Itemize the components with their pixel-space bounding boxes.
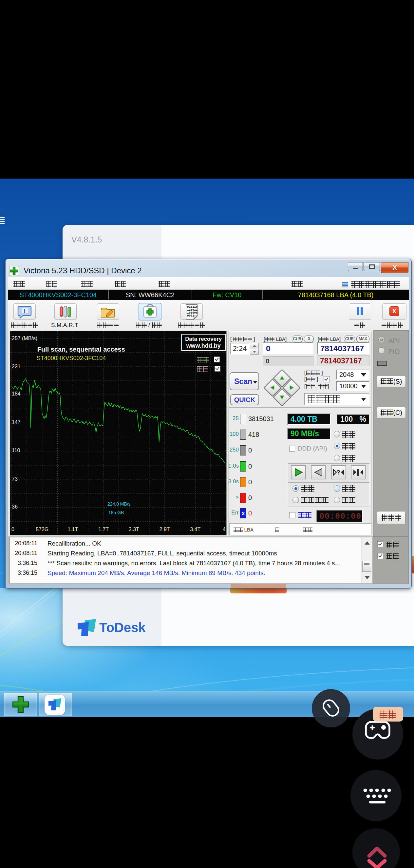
- svg-text:www.hdd.by: www.hdd.by: [186, 342, 221, 349]
- svg-text:257 (MB/s): 257 (MB/s): [12, 336, 37, 341]
- svg-text:110: 110: [12, 447, 20, 453]
- svg-text:0: 0: [11, 527, 14, 532]
- svg-text:572G: 572G: [36, 527, 49, 532]
- svg-text:0001: 0001: [187, 314, 194, 317]
- svg-text:1.7T: 1.7T: [98, 527, 109, 532]
- svg-text:Full scan, sequential access: Full scan, sequential access: [37, 346, 125, 353]
- svg-text:ST4000HKVS002-3FC104: ST4000HKVS002-3FC104: [37, 355, 106, 362]
- svg-text:2.9T: 2.9T: [160, 527, 170, 532]
- svg-text:184: 184: [12, 391, 21, 397]
- svg-text:185 GB: 185 GB: [108, 510, 124, 515]
- svg-text:Data recovery: Data recovery: [185, 336, 222, 342]
- svg-text:i: i: [24, 308, 26, 314]
- svg-text:ToDesk: ToDesk: [99, 620, 146, 635]
- svg-text:36: 36: [12, 504, 18, 509]
- svg-text:221: 221: [12, 364, 21, 369]
- svg-text:3.4T: 3.4T: [190, 527, 200, 532]
- svg-text:?: ?: [337, 469, 340, 476]
- svg-text:224.0 MB/s: 224.0 MB/s: [107, 501, 131, 506]
- svg-text:73: 73: [12, 476, 18, 482]
- svg-text:147: 147: [12, 420, 21, 425]
- svg-text:1.1T: 1.1T: [68, 527, 78, 532]
- svg-text:2.3T: 2.3T: [129, 527, 139, 532]
- svg-text:4: 4: [223, 527, 226, 532]
